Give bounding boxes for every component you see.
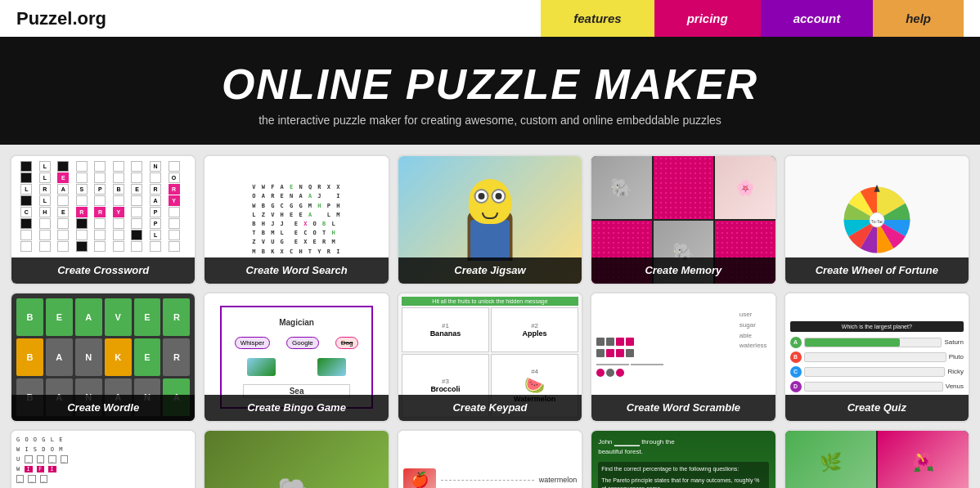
bingo-label: Create Bingo Game <box>205 395 388 421</box>
puzzle-grid: L N L E O <box>0 145 980 488</box>
hero-title: ONLINE PUZZLE MAKER <box>16 60 964 109</box>
wordscramble-label: Create Word Scramble <box>591 395 775 421</box>
nav-pricing[interactable]: pricing <box>654 0 761 37</box>
main-nav: features pricing account help <box>541 0 964 37</box>
svg-text:Tic-Tac: Tic-Tac <box>871 220 883 224</box>
header: Puzzel.org features pricing account help <box>0 0 980 37</box>
puzzle-card-fillgap[interactable]: John _______ through the beautiful fores… <box>590 429 776 488</box>
puzzle-card-memory[interactable]: 🐘 🌸 🐘 Create Memory <box>590 154 776 285</box>
nav-help[interactable]: help <box>873 0 964 37</box>
puzzle-card-wheel[interactable]: Tic-Tac Create Wheel of Fortune <box>784 154 970 285</box>
puzzle-card-wordscramble[interactable]: usersugarablewaterless Create Word Scram… <box>590 292 776 423</box>
puzzle-card-acrostic[interactable]: G O O G L E W I S D O M U _ _ _ _ W I F … <box>10 429 196 488</box>
puzzle-card-sliding[interactable]: 🐘 Create Sliding Puzzle <box>203 429 389 488</box>
keypad-label: Create Keypad <box>398 395 582 421</box>
jigsaw-label: Create Jigsaw <box>398 257 582 284</box>
wordsearch-label: Create Word Search <box>205 257 388 284</box>
puzzle-card-bingo[interactable]: Magician Whisper Google Dog Sea Create B… <box>203 292 389 423</box>
puzzle-card-matching[interactable]: 🍎 watermelon 🍐 pears Create Matching <box>397 429 583 488</box>
puzzle-card-wordsearch[interactable]: V W F A E N Q R X X O A R E N A A J I W … <box>203 154 389 285</box>
puzzle-card-crossword[interactable]: L N L E O <box>10 154 196 285</box>
nav-features[interactable]: features <box>541 0 654 37</box>
logo[interactable]: Puzzel.org <box>16 8 106 29</box>
quiz-label: Create Quiz <box>785 395 969 421</box>
wheel-label: Create Wheel of Fortune <box>785 257 969 284</box>
puzzle-card-wordle[interactable]: B E A V E R B A N K E R B A N A N A Crea… <box>10 292 196 423</box>
nav-account[interactable]: account <box>761 0 874 37</box>
memory-label: Create Memory <box>591 257 775 284</box>
puzzle-card-quartets[interactable]: 🌿 🌺 🌊 🏖️ Create Quartets <box>784 429 970 488</box>
puzzle-card-keypad[interactable]: Hit all the fruits to unlock the hidden … <box>397 292 583 423</box>
puzzle-card-jigsaw[interactable]: Create Jigsaw <box>397 154 583 285</box>
hero-section: ONLINE PUZZLE MAKER the interactive puzz… <box>0 37 980 145</box>
hero-subtitle: the interactive puzzle maker for creatin… <box>16 114 964 127</box>
crossword-label: Create Crossword <box>11 257 195 284</box>
wheel-svg: Tic-Tac <box>840 183 914 257</box>
puzzle-card-quiz[interactable]: Which is the largest planet? A Saturn B … <box>784 292 970 423</box>
wordle-label: Create Wordle <box>11 395 195 421</box>
